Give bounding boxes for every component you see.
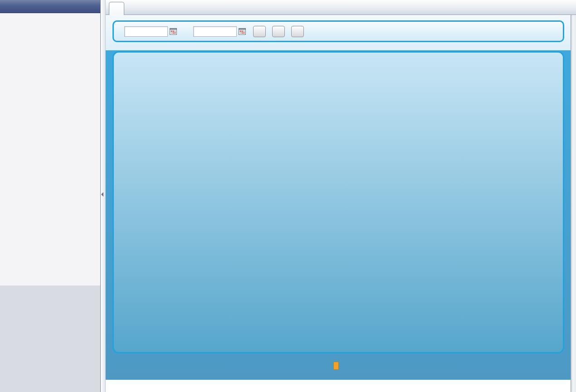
right-scroll-strip[interactable] — [571, 15, 576, 392]
line-chart — [114, 53, 563, 352]
add-button[interactable] — [253, 26, 266, 37]
splitter-collapse-arrow[interactable] — [101, 192, 103, 197]
bottom-band — [106, 380, 571, 392]
tab-strip — [106, 0, 576, 15]
end-time-input[interactable] — [193, 26, 237, 37]
start-calendar-icon[interactable] — [170, 28, 177, 35]
sidebar — [0, 0, 101, 392]
start-time-input[interactable] — [124, 26, 168, 37]
tab-single-point-multi-period[interactable] — [109, 2, 124, 15]
clear-chart-button[interactable] — [291, 26, 304, 37]
sidebar-submenu — [0, 16, 100, 167]
print-button[interactable] — [272, 26, 285, 37]
sidebar-header — [0, 0, 100, 13]
sidebar-bottom-sections — [0, 286, 100, 392]
legend-marker — [333, 362, 339, 370]
app-window — [0, 0, 576, 392]
sidebar-filler — [0, 167, 100, 256]
toolbar-panel — [112, 20, 564, 42]
sidebar-splitter[interactable] — [101, 0, 106, 392]
end-calendar-icon[interactable] — [239, 28, 246, 35]
chart-legend — [106, 361, 571, 371]
sidebar-gap — [0, 13, 100, 16]
chart-panel — [112, 51, 564, 353]
main-area — [106, 0, 576, 392]
